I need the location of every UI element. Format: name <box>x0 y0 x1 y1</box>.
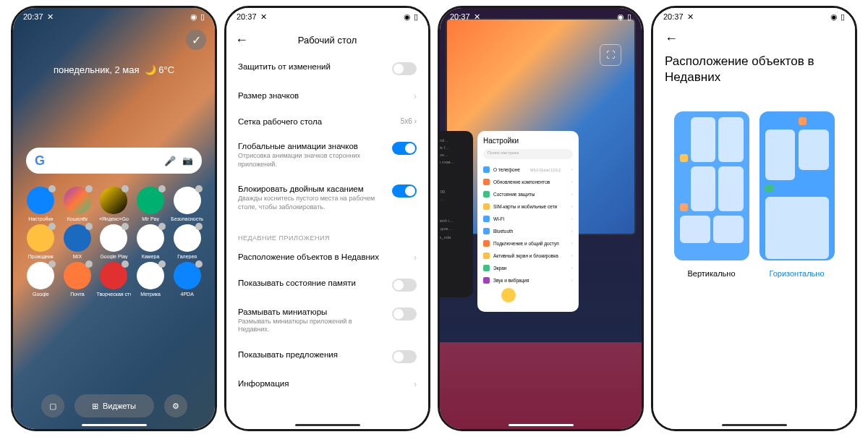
card-title: Настройки <box>483 137 573 145</box>
page-title: Рабочий стол <box>235 35 420 46</box>
status-time: 20:37 <box>237 12 257 21</box>
search-bar[interactable]: G 🎤 📷 <box>26 148 202 174</box>
section-header: НЕДАВНИЕ ПРИЛОЖЕНИЯ <box>238 229 417 245</box>
settings-button[interactable]: ⚙ <box>164 394 187 417</box>
phone-settings: 20:37✕ ◉▯ ← Рабочий стол Защитить от изм… <box>224 6 430 431</box>
app-4PDA[interactable]: 4PDA <box>169 262 205 297</box>
settings-row[interactable]: Подключение и общий доступ› <box>483 237 573 250</box>
app-Галерея[interactable]: Галерея <box>169 224 205 259</box>
setting-Показывать состояние памяти[interactable]: Показывать состояние памяти <box>238 271 417 300</box>
setting-Показывать предложения[interactable]: Показывать предложения <box>238 342 417 371</box>
option-vertical[interactable]: Вертикально <box>674 111 749 278</box>
setting-Расположение объектов в Недавних[interactable]: Расположение объектов в Недавних› <box>238 245 417 271</box>
layout-options: Вертикально Горизонтально <box>653 91 855 298</box>
setting-Размывать миниатюры[interactable]: Размывать миниатюрыРазмывать миниатюры п… <box>238 300 417 342</box>
setting-Информация[interactable]: Информация› <box>238 371 417 397</box>
settings-row[interactable]: Состояние защиты› <box>483 188 573 200</box>
toggle[interactable] <box>392 307 417 321</box>
app-«Яндекс»Go[interactable]: «Яндекс»Go <box>96 187 132 221</box>
settings-row[interactable]: Активный экран и блокировка› <box>483 250 573 262</box>
setting-Глобальные анимации значков[interactable]: Глобальные анимации значковОтрисовка ани… <box>238 134 417 177</box>
camera-icon: ◉ <box>190 12 197 22</box>
setting-Размер значков[interactable]: Размер значков› <box>238 83 417 109</box>
toggle[interactable] <box>392 142 417 155</box>
nav-indicator[interactable] <box>722 424 787 426</box>
dnd-icon: ✕ <box>474 12 480 22</box>
settings-row[interactable]: SIM-карты и мобильные сети› <box>483 200 573 213</box>
status-bar: 20:37✕ ◉▯ <box>226 8 428 25</box>
signal-icon: ▯ <box>841 12 845 22</box>
status-bar: 20:37✕ ◉▯ <box>440 8 642 25</box>
status-bar: 20:37✕ ◉▯ <box>13 8 215 25</box>
app-Творческая студия YouTu…[interactable]: Творческая студия YouTu… <box>96 262 132 297</box>
camera-icon: ◉ <box>404 12 411 22</box>
dnd-icon: ✕ <box>687 12 694 22</box>
option-horizontal[interactable]: Горизонтально <box>760 111 835 278</box>
confirm-button[interactable]: ✓ <box>186 30 206 50</box>
settings-row[interactable]: Обновление компонентов› <box>483 176 573 188</box>
status-time: 20:37 <box>450 12 470 21</box>
app-MIX[interactable]: MIX <box>60 224 95 259</box>
dock: ▢ ⊞Виджеты ⚙ <box>13 394 215 417</box>
recent-apps: MIUI Mockup/Sound…aremations use this f…… <box>440 131 642 312</box>
camera-icon: ◉ <box>617 12 624 22</box>
setting-Защитить от изменений[interactable]: Защитить от изменений <box>238 54 417 83</box>
card-search: Поиск настроек <box>483 149 573 159</box>
settings-row[interactable]: Bluetooth› <box>483 225 573 237</box>
recent-card-settings[interactable]: Настройки Поиск настроек О телефонеMIUI … <box>477 131 579 312</box>
app-Проводник[interactable]: Проводник <box>23 224 59 259</box>
settings-row[interactable]: Wi-Fi› <box>483 213 573 225</box>
signal-icon: ▯ <box>200 12 205 22</box>
lens-icon[interactable]: 📷 <box>182 156 193 166</box>
status-time: 20:37 <box>663 12 684 21</box>
toggle[interactable] <box>392 184 417 198</box>
app-Камера[interactable]: Камера <box>133 224 169 259</box>
toggle[interactable] <box>392 350 417 363</box>
app-Mir Pay[interactable]: Mir Pay <box>133 187 169 221</box>
status-time: 20:37 <box>23 12 43 21</box>
dnd-icon: ✕ <box>260 12 267 22</box>
settings-row[interactable]: О телефонеMIUI Global 13.0.2› <box>483 164 573 176</box>
setting-Сетка рабочего стола[interactable]: Сетка рабочего стола5x6 › <box>238 109 417 134</box>
wallpaper-button[interactable]: ▢ <box>41 394 64 417</box>
settings-row[interactable]: Экран› <box>483 262 573 274</box>
app-Настройки[interactable]: Настройки <box>23 187 59 221</box>
dnd-icon: ✕ <box>47 12 54 22</box>
signal-icon: ▯ <box>414 12 418 22</box>
phone-home: 20:37✕ ◉▯ ✓ понедельник, 2 мая 🌙 6°C G 🎤… <box>11 6 217 431</box>
app-Google Play[interactable]: Google Play <box>96 224 132 259</box>
app-Метрика[interactable]: Метрика <box>133 262 169 297</box>
phone-recents-layout: 20:37✕ ◉▯ ← Расположение объектов в Неда… <box>651 6 857 431</box>
option-label: Горизонтально <box>769 269 824 278</box>
nav-indicator[interactable] <box>82 424 147 426</box>
status-bar: 20:37✕ ◉▯ <box>653 8 855 25</box>
phone-recents: 20:37✕ ◉▯ ⛶ MIUI Mockup/Sound…aremations… <box>438 6 644 431</box>
nav-indicator[interactable] <box>295 424 360 426</box>
toggle[interactable] <box>392 279 417 292</box>
mic-icon[interactable]: 🎤 <box>164 156 176 166</box>
camera-icon: ◉ <box>830 12 838 22</box>
settings-list: Защитить от измененийРазмер значков›Сетк… <box>226 54 428 429</box>
google-logo: G <box>35 153 45 169</box>
recent-card-chat[interactable]: MIUI Mockup/Sound…aremations use this f…… <box>438 131 473 297</box>
keyboard-area <box>440 342 642 429</box>
edit-fab[interactable] <box>501 288 516 302</box>
app-grid: НастройкиКошелёк«Яндекс»GoMir PayБезопас… <box>13 187 215 297</box>
settings-row[interactable]: Звук и вибрация› <box>483 274 573 287</box>
app-Безопасность[interactable]: Безопасность <box>169 187 205 221</box>
setting-Блокировать двойным касанием[interactable]: Блокировать двойным касаниемДважды косни… <box>238 177 417 219</box>
app-Google[interactable]: Google <box>23 262 59 297</box>
back-button[interactable]: ← <box>665 31 843 46</box>
page-title: Расположение объектов в Недавних <box>665 54 843 85</box>
date-widget[interactable]: понедельник, 2 мая 🌙 6°C <box>13 64 215 75</box>
app-Кошелёк[interactable]: Кошелёк <box>60 187 95 221</box>
expand-button[interactable]: ⛶ <box>600 44 621 66</box>
signal-icon: ▯ <box>627 12 631 22</box>
nav-indicator[interactable] <box>509 424 574 426</box>
app-Почта[interactable]: Почта <box>60 262 95 297</box>
option-label: Вертикально <box>687 269 735 278</box>
widgets-button[interactable]: ⊞Виджеты <box>75 394 154 417</box>
toggle[interactable] <box>392 62 417 75</box>
